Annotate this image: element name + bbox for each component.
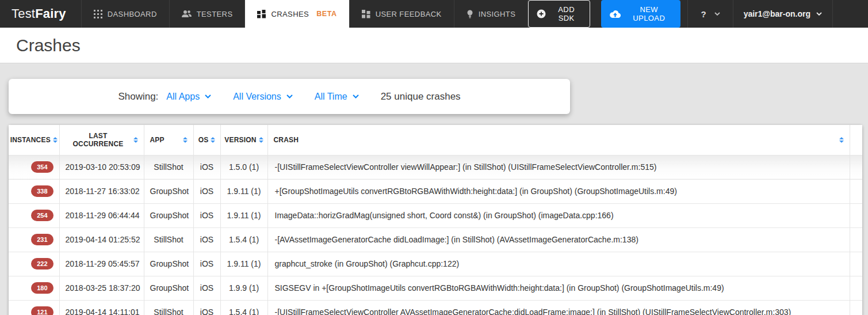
column-label: LAST OCCURRENCE xyxy=(66,132,131,148)
crash-table-body: 354 2019-03-10 20:53:09 StillShot iOS 1.… xyxy=(9,155,862,315)
app-cell: GroupShot xyxy=(144,252,193,276)
crash-table-row[interactable]: 231 2019-04-14 01:25:52 StillShot iOS 1.… xyxy=(9,227,862,252)
column-header-app[interactable]: APP xyxy=(144,125,193,155)
add-sdk-label: ADD SDK xyxy=(551,5,582,22)
user-email: yair1@bar-on.org xyxy=(744,9,810,18)
nav-item-insights[interactable]: INSIGHTS xyxy=(454,0,529,28)
sort-icon xyxy=(53,137,58,143)
nav-item-testers[interactable]: TESTERS xyxy=(169,0,245,28)
trailing-cell xyxy=(850,252,862,276)
user-account-dropdown[interactable]: yair1@bar-on.org xyxy=(733,0,833,28)
trailing-cell xyxy=(850,300,862,315)
trailing-cell xyxy=(850,276,862,300)
trailing-cell xyxy=(850,203,862,227)
sort-icon xyxy=(183,137,188,143)
showing-label: Showing: xyxy=(118,91,158,103)
instances-cell: 180 xyxy=(9,276,59,300)
add-sdk-button[interactable]: ADD SDK xyxy=(528,0,590,28)
version-cell: 1.5.4 (1) xyxy=(220,227,267,252)
page-title: Crashes xyxy=(16,36,81,55)
crash-table-row[interactable]: 354 2019-03-10 20:53:09 StillShot iOS 1.… xyxy=(9,155,862,179)
os-cell: iOS xyxy=(193,252,220,276)
os-cell: iOS xyxy=(193,276,220,300)
nav-item-label: INSIGHTS xyxy=(479,10,516,18)
crash-cell: -[UIStillFrameSelectViewController AVAss… xyxy=(267,300,850,315)
last-occurrence-cell: 2019-04-14 01:25:52 xyxy=(59,227,144,252)
nav-item-label: CRASHES xyxy=(271,10,309,18)
crash-table-row[interactable]: 222 2018-11-29 05:45:57 GroupShot iOS 1.… xyxy=(9,252,862,276)
nav-item-label: USER FEEDBACK xyxy=(376,10,442,18)
app-cell: GroupShot xyxy=(144,276,193,300)
os-cell: iOS xyxy=(193,203,220,227)
grid-icon xyxy=(94,10,102,18)
version-filter-value: All Versions xyxy=(233,92,281,102)
chevron-down-icon xyxy=(816,12,822,16)
chevron-down-icon xyxy=(286,94,293,98)
column-header-os[interactable]: OS xyxy=(193,125,220,155)
nav-item-label: DASHBOARD xyxy=(108,10,157,18)
new-upload-label: NEW UPLOAD xyxy=(626,5,672,22)
app-cell: GroupShot xyxy=(144,203,193,227)
instances-cell: 231 xyxy=(9,227,59,252)
column-header-trailing xyxy=(850,125,862,155)
crashes-icon xyxy=(257,10,266,18)
crash-cell: -[UIStillFrameSelectViewController viewW… xyxy=(267,155,850,179)
column-label: OS xyxy=(198,136,209,144)
logo-text-2: Fairy xyxy=(35,6,66,21)
os-cell: iOS xyxy=(193,155,220,179)
nav-item-dashboard[interactable]: DASHBOARD xyxy=(81,0,169,28)
trailing-cell xyxy=(850,227,862,252)
crashes-table: INSTANCES LAST OCCURRENCE APP OS VERSION xyxy=(9,125,862,315)
last-occurrence-cell: 2018-11-27 16:33:02 xyxy=(59,179,144,203)
crash-cell: -[AVAssetImageGeneratorCache didLoadImag… xyxy=(267,227,850,252)
chevron-down-icon xyxy=(205,94,211,98)
crash-cell: +[GroupShotImageUtils convertRGBtoRGBAWi… xyxy=(267,179,850,203)
last-occurrence-cell: 2019-03-10 20:53:09 xyxy=(59,155,144,179)
column-label: APP xyxy=(150,136,165,144)
version-filter-dropdown[interactable]: All Versions xyxy=(233,92,293,102)
version-cell: 1.9.9 (1) xyxy=(220,276,267,300)
app-filter-dropdown[interactable]: All Apps xyxy=(166,92,211,102)
last-occurrence-cell: 2018-11-29 06:44:44 xyxy=(59,203,144,227)
column-header-crash[interactable]: CRASH xyxy=(267,125,850,155)
crash-cell: graphcut_stroke (in GroupShot) (Graphcut… xyxy=(267,252,850,276)
crash-table-row[interactable]: 180 2018-03-25 18:37:20 GroupShot iOS 1.… xyxy=(9,276,862,300)
crash-table-row[interactable]: 121 2019-04-14 14:11:01 StillShot iOS 1.… xyxy=(9,300,862,315)
time-filter-dropdown[interactable]: All Time xyxy=(315,92,359,102)
column-header-version[interactable]: VERSION xyxy=(220,125,267,155)
column-header-instances[interactable]: INSTANCES xyxy=(9,125,59,155)
instances-cell: 354 xyxy=(9,155,59,179)
help-dropdown[interactable]: ? xyxy=(687,0,732,28)
testfairy-logo[interactable]: TestFairy xyxy=(0,0,81,28)
version-cell: 1.5.0 (1) xyxy=(220,155,267,179)
column-header-last-occurrence[interactable]: LAST OCCURRENCE xyxy=(59,125,144,155)
time-filter-value: All Time xyxy=(315,92,347,102)
instances-badge: 254 xyxy=(31,210,53,221)
nav-item-user-feedback[interactable]: USER FEEDBACK xyxy=(349,0,454,28)
app-cell: StillShot xyxy=(144,227,193,252)
help-label: ? xyxy=(701,9,706,19)
app-filter-value: All Apps xyxy=(166,92,200,102)
chevron-down-icon xyxy=(353,94,359,98)
lightbulb-icon xyxy=(466,10,473,18)
new-upload-button[interactable]: NEW UPLOAD xyxy=(601,0,680,28)
instances-badge: 354 xyxy=(31,161,53,173)
os-cell: iOS xyxy=(193,300,220,315)
column-label: CRASH xyxy=(274,136,299,144)
column-label: VERSION xyxy=(224,136,256,144)
instances-badge: 231 xyxy=(31,234,53,245)
content-area: Showing: All Apps All Versions All Time … xyxy=(0,63,868,314)
nav-item-crashes[interactable]: CRASHES BETA xyxy=(244,0,349,28)
sort-icon xyxy=(211,137,215,143)
crash-table-row[interactable]: 338 2018-11-27 16:33:02 GroupShot iOS 1.… xyxy=(9,179,862,203)
instances-cell: 222 xyxy=(9,252,59,276)
plus-circle-icon xyxy=(537,9,546,18)
crash-table-row[interactable]: 254 2018-11-29 06:44:44 GroupShot iOS 1.… xyxy=(9,203,862,227)
people-icon xyxy=(182,10,192,18)
instances-badge: 222 xyxy=(31,258,53,270)
last-occurrence-cell: 2018-11-29 05:45:57 xyxy=(59,252,144,276)
nav-item-label: TESTERS xyxy=(197,10,233,18)
last-occurrence-cell: 2019-04-14 14:11:01 xyxy=(59,300,144,315)
version-cell: 1.9.11 (1) xyxy=(220,252,267,276)
crashes-table-card: INSTANCES LAST OCCURRENCE APP OS VERSION xyxy=(9,125,862,315)
